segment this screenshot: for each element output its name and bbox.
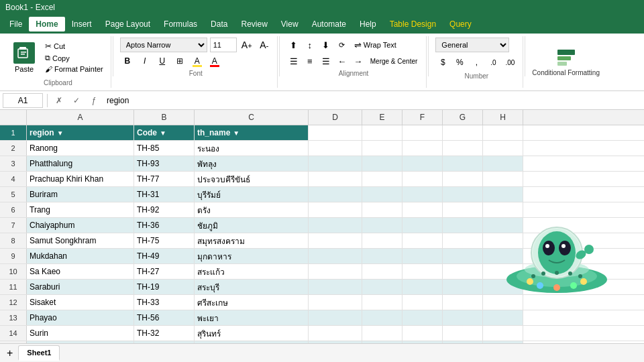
text-rotate-button[interactable]: ⟳ [335,38,350,52]
cell-d[interactable] [309,310,362,325]
cell-region[interactable]: Sa Kaeo [27,264,134,279]
comma-button[interactable]: , [469,55,484,70]
cell-thname[interactable]: บุรีรัมย์ [195,187,309,202]
cell-e[interactable] [362,280,402,294]
font-size-decrease-button[interactable]: A- [257,38,272,52]
copy-button[interactable]: ⧉ Copy [43,53,105,63]
cell-code[interactable]: TH-27 [134,264,195,279]
cell-d[interactable] [309,280,362,294]
cell-region[interactable]: Sisaket [27,295,134,310]
cell-f[interactable] [402,202,443,217]
cell-d[interactable] [309,233,362,248]
font-name-select[interactable]: Aptos Narrow [120,38,207,52]
cell-code[interactable]: TH-33 [134,295,195,310]
cell-thname[interactable]: ระนอง [195,141,309,156]
cell-thname[interactable]: สระแก้ว [195,264,309,279]
header-cell-code[interactable]: Code ▼ [134,125,195,140]
border-button[interactable]: ⊞ [172,54,187,68]
col-header-B[interactable]: B [134,110,195,125]
sheet-tab-sheet1[interactable]: Sheet1 [18,345,60,361]
filter-arrow-code[interactable]: ▼ [160,129,166,137]
cell-thname[interactable]: ประจวบคีรีขันธ์ [195,172,309,186]
insert-function-button[interactable]: ƒ [87,93,101,108]
cell-d[interactable] [309,264,362,279]
cell-f[interactable] [402,264,443,279]
cell-d[interactable] [309,326,362,341]
cell-f[interactable] [402,280,443,294]
cell-d[interactable] [309,218,362,233]
cell-g[interactable] [443,156,483,171]
cell-d[interactable] [309,172,362,186]
cell-d[interactable] [309,141,362,156]
menu-review[interactable]: Review [234,17,274,32]
cell-thname[interactable]: มุกดาหาร [195,249,309,263]
cell-g[interactable] [443,218,483,233]
cell-code[interactable]: TH-77 [134,172,195,186]
cell-thname[interactable]: ตรัง [195,202,309,217]
cell-f[interactable] [402,187,443,202]
header-cell-thname[interactable]: th_name ▼ [195,125,309,140]
cell-region[interactable]: Phayao [27,310,134,325]
font-color-button[interactable]: A [207,54,222,68]
cell-region[interactable]: Prachuap Khiri Khan [27,172,134,186]
italic-button[interactable]: I [138,54,152,68]
cell-code[interactable]: TH-92 [134,202,195,217]
bold-button[interactable]: B [120,54,135,68]
cell-d[interactable] [309,249,362,263]
number-format-select[interactable]: General [435,38,509,52]
col-header-F[interactable]: F [402,110,443,125]
cell-reference-input[interactable] [3,93,43,108]
cell-e[interactable] [362,326,402,341]
cell-g[interactable] [443,310,483,325]
cell-g[interactable] [443,172,483,186]
align-middle-button[interactable]: ↕ [303,38,317,52]
cell-code[interactable]: TH-32 [134,326,195,341]
percent-button[interactable]: % [452,55,467,70]
filter-arrow-region[interactable]: ▼ [57,129,64,137]
format-painter-button[interactable]: 🖌 Format Painter [43,64,105,74]
cell-code[interactable]: TH-93 [134,156,195,171]
cell-h[interactable] [483,125,523,140]
cell-g[interactable] [443,295,483,310]
cell-region[interactable]: Surin [27,326,134,341]
cell-g[interactable] [443,187,483,202]
cell-f[interactable] [402,218,443,233]
cell-thname[interactable]: พะเยา [195,310,309,325]
cell-f[interactable] [402,172,443,186]
cell-d[interactable] [309,295,362,310]
cell-e[interactable] [362,249,402,263]
formula-input[interactable] [104,95,641,107]
cell-thname[interactable]: พัทลุง [195,156,309,171]
cell-h[interactable] [483,326,523,341]
menu-view[interactable]: View [274,17,305,32]
cell-thname[interactable]: สมุทรสงคราม [195,233,309,248]
cell-f[interactable] [402,249,443,263]
cell-code[interactable]: TH-36 [134,218,195,233]
cut-button[interactable]: ✂ Cut [43,41,105,52]
cell-e[interactable] [362,141,402,156]
cell-e[interactable] [362,310,402,325]
cell-region[interactable]: Buriram [27,187,134,202]
cell-code[interactable]: TH-49 [134,249,195,263]
cell-region[interactable]: Trang [27,202,134,217]
cell-e[interactable] [362,264,402,279]
cell-g[interactable] [443,233,483,248]
header-cell-region[interactable]: region ▼ [27,125,134,140]
cell-region[interactable]: Samut Songkhram [27,233,134,248]
cell-code[interactable]: TH-56 [134,310,195,325]
cell-thname[interactable]: ศรีสะเกษ [195,295,309,310]
confirm-formula-button[interactable]: ✓ [69,93,84,108]
align-right-button[interactable]: ☰ [319,54,333,68]
cell-code[interactable]: TH-31 [134,187,195,202]
col-header-H[interactable]: H [483,110,523,125]
add-sheet-button[interactable]: + [3,347,17,359]
col-header-G[interactable]: G [443,110,483,125]
conditional-formatting-button[interactable]: Conditional Formatting [527,36,605,88]
decrease-indent-button[interactable]: ← [335,54,350,68]
menu-help[interactable]: Help [353,17,383,32]
increase-decimal-button[interactable]: .00 [502,55,517,70]
align-left-button[interactable]: ☰ [286,54,301,68]
menu-insert[interactable]: Insert [65,17,99,32]
cell-e[interactable] [362,187,402,202]
cell-e[interactable] [362,156,402,171]
